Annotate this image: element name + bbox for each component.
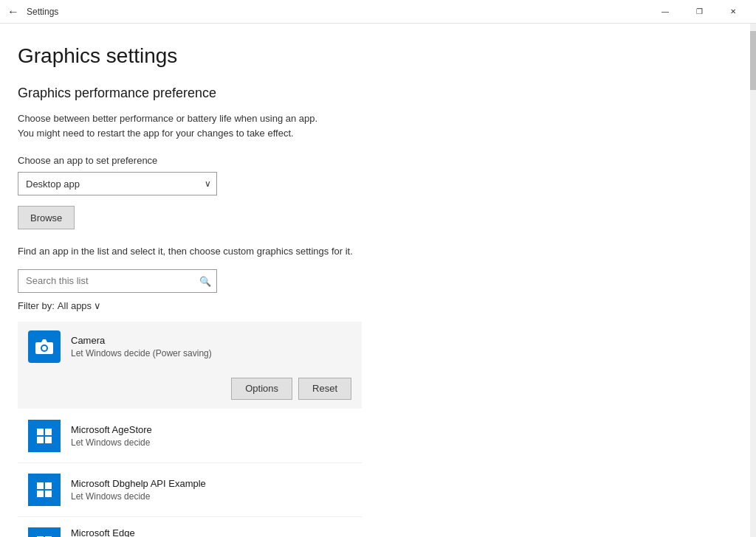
svg-marker-3	[41, 339, 47, 342]
filter-row: Filter by: All apps ∨	[18, 300, 729, 311]
dbghelp-svg-icon	[35, 480, 54, 499]
agestore-app-info: Microsoft AgeStore Let Windows decide	[71, 424, 351, 448]
agestore-app-status: Let Windows decide	[71, 437, 351, 448]
app-type-dropdown[interactable]: Desktop app Microsoft Store app	[18, 172, 217, 195]
hint-text: Find an app in the list and select it, t…	[18, 244, 729, 259]
app-type-dropdown-wrapper: Desktop app Microsoft Store app ∨	[18, 172, 217, 195]
app-item-main-camera[interactable]: Camera Let Windows decide (Power saving)	[18, 322, 362, 372]
titlebar-left: ← Settings	[6, 4, 58, 20]
camera-app-icon	[28, 330, 61, 363]
agestore-app-name: Microsoft AgeStore	[71, 424, 351, 435]
camera-app-info: Camera Let Windows decide (Power saving)	[71, 335, 351, 358]
camera-app-actions: Options Reset	[18, 372, 362, 409]
close-button[interactable]: ✕	[716, 0, 750, 24]
svg-point-2	[42, 346, 47, 350]
dbghelp-app-info: Microsoft Dbghelp API Example Let Window…	[71, 478, 351, 502]
camera-svg-icon	[35, 339, 54, 355]
scrollbar-thumb[interactable]	[750, 31, 756, 90]
agestore-icon	[28, 420, 61, 452]
search-input[interactable]	[18, 269, 217, 293]
window-title: Settings	[27, 7, 58, 17]
camera-app-status: Let Windows decide (Power saving)	[71, 348, 351, 358]
svg-rect-9	[45, 482, 52, 489]
main-content: Graphics settings Graphics performance p…	[0, 24, 750, 537]
svg-rect-11	[45, 491, 52, 497]
maximize-button[interactable]: ❐	[682, 0, 716, 24]
dbghelp-app-status: Let Windows decide	[71, 491, 351, 502]
dbghelp-app-name: Microsoft Dbghelp API Example	[71, 478, 351, 489]
options-button[interactable]: Options	[231, 378, 292, 400]
search-wrapper: 🔍	[18, 269, 217, 293]
edge-svg-icon	[35, 534, 54, 538]
edge-icon	[28, 527, 61, 538]
list-item: Camera Let Windows decide (Power saving)…	[18, 322, 362, 409]
description: Choose between better performance or bat…	[18, 111, 729, 140]
page-title: Graphics settings	[18, 44, 729, 68]
agestore-svg-icon	[35, 426, 54, 446]
list-item[interactable]: Microsoft Dbghelp API Example Let Window…	[18, 463, 362, 517]
dbghelp-icon	[28, 474, 61, 506]
apps-list: Camera Let Windows decide (Power saving)…	[18, 322, 362, 538]
filter-chevron-icon: ∨	[94, 300, 101, 311]
svg-rect-4	[37, 429, 44, 435]
edge-app-info: Microsoft Edge	[71, 527, 351, 538]
titlebar: ← Settings — ❐ ✕	[0, 0, 756, 24]
scrollbar-track	[750, 24, 756, 537]
section-title: Graphics performance preference	[18, 86, 729, 101]
svg-rect-5	[45, 429, 52, 435]
filter-label: Filter by:	[18, 300, 55, 311]
list-item[interactable]: Microsoft Edge	[18, 517, 362, 538]
reset-button[interactable]: Reset	[298, 378, 351, 400]
svg-rect-10	[37, 491, 44, 497]
svg-rect-8	[37, 482, 44, 489]
browse-button[interactable]: Browse	[18, 206, 75, 229]
minimize-button[interactable]: —	[648, 0, 682, 24]
content-area: Graphics settings Graphics performance p…	[0, 24, 756, 537]
filter-dropdown[interactable]: All apps ∨	[58, 300, 101, 311]
choose-app-label: Choose an app to set preference	[18, 155, 729, 166]
camera-app-name: Camera	[71, 335, 351, 346]
svg-rect-6	[37, 437, 44, 443]
settings-window: ← Settings — ❐ ✕ Graphics settings Graph…	[0, 0, 756, 537]
back-button[interactable]: ←	[6, 4, 21, 20]
list-item[interactable]: Microsoft AgeStore Let Windows decide	[18, 409, 362, 463]
titlebar-controls: — ❐ ✕	[648, 0, 750, 24]
edge-app-name: Microsoft Edge	[71, 527, 351, 538]
svg-rect-7	[45, 437, 52, 443]
